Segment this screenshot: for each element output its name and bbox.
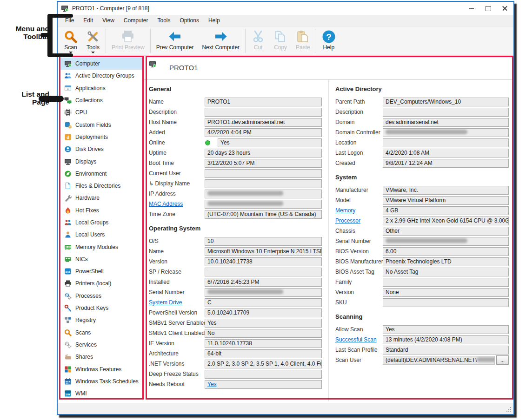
field-uptime-value[interactable]: 20 days 23 hours	[205, 149, 322, 158]
sidebar-item-computer[interactable]: Computer	[60, 58, 142, 70]
sidebar-item-product-keys[interactable]: Product Keys	[60, 302, 142, 314]
field-label-link[interactable]: System Drive	[149, 299, 182, 306]
sidebar-item-nics[interactable]: NICs	[60, 253, 142, 265]
sidebar-item-environment[interactable]: Environment	[60, 168, 142, 180]
sidebar-item-displays[interactable]: Displays	[60, 155, 142, 167]
sidebar-item-processes[interactable]: Processes	[60, 290, 142, 302]
field-domain-controller-value[interactable]	[383, 128, 509, 137]
title-bar[interactable]: PROTO1 - Computer [9 of 818]	[58, 2, 513, 15]
field-smbv1-client-enabled-value[interactable]: No	[205, 329, 322, 338]
field-family-value[interactable]	[383, 278, 509, 287]
field-last-scan-profile-value[interactable]: Standard	[383, 346, 509, 354]
field-boot-time-value[interactable]: 3/12/2020 5:07 PM	[205, 159, 322, 168]
field-current-user-value[interactable]	[205, 169, 322, 178]
field-model-value[interactable]: VMware Virtual Platform	[383, 196, 509, 205]
sidebar-item-deployments[interactable]: dDeployments	[60, 131, 142, 143]
field-mac-address-value[interactable]	[205, 200, 322, 209]
field-host-name-value[interactable]: PROTO1.dev.adminarsenal.net	[205, 118, 322, 127]
field-online-value[interactable]: Yes	[218, 138, 322, 147]
field-created-value[interactable]: 9/8/2017 12:24 AM	[383, 159, 509, 168]
sidebar-item-windows-task-schedules[interactable]: Windows Task Schedules	[60, 375, 142, 387]
field-scan-user-value[interactable]: (default)DEV.ADMINARSENAL.NET\	[383, 356, 495, 365]
sidebar-item-powershell[interactable]: ps1PowerShell	[60, 265, 142, 277]
help-button[interactable]: ?Help	[318, 27, 340, 55]
sidebar-item-printers-local[interactable]: Printers (local)	[60, 277, 142, 289]
field-last-logon-value[interactable]: 4/2/2020 1:08 AM	[383, 149, 509, 158]
menu-tools[interactable]: Tools	[153, 15, 175, 26]
field-serial-number-value[interactable]	[383, 237, 509, 246]
field-bios-version-value[interactable]: 6.00	[383, 247, 509, 256]
field-system-drive-value[interactable]: C	[205, 298, 322, 307]
field-sp-release-value[interactable]	[205, 268, 322, 276]
field-label-link[interactable]: Processor	[335, 217, 360, 224]
field-description-value[interactable]	[205, 108, 322, 117]
field-installed-value[interactable]: 6/7/2016 2:45:23 PM	[205, 278, 322, 287]
field-successful-scan-value[interactable]: 13 minutes (4/2/2020 4:08 PM)	[383, 335, 509, 344]
field-label-link[interactable]: Memory	[335, 207, 355, 214]
sidebar-item-applications[interactable]: Applications	[60, 82, 142, 94]
field-ip-address-value[interactable]	[205, 190, 322, 198]
field-description-value[interactable]	[383, 108, 509, 117]
sidebar-item-shares[interactable]: Shares	[60, 351, 142, 363]
field-version-value[interactable]: 10.0.10240.17738	[205, 257, 322, 266]
sidebar-item-files-directories[interactable]: Files & Directories	[60, 180, 142, 192]
close-button[interactable]	[497, 2, 513, 14]
field-o-s-value[interactable]: 10	[205, 237, 322, 246]
sidebar-item-hot-fixes[interactable]: Hot Fixes	[60, 204, 142, 217]
field-parent-path-value[interactable]: DEV_Computers/Windows_10	[383, 98, 509, 106]
sidebar-item-memory-modules[interactable]: Memory Modules	[60, 241, 142, 253]
field-manufacturer-value[interactable]: VMware, Inc.	[383, 186, 509, 195]
sidebar-item-scans[interactable]: Scans	[60, 327, 142, 339]
field-bios-asset-tag-value[interactable]: No Asset Tag	[383, 268, 509, 276]
sidebar-item-registry[interactable]: Registry	[60, 314, 142, 326]
scan-user-browse-button[interactable]: ...	[496, 355, 509, 365]
minimize-button[interactable]	[463, 2, 480, 14]
sidebar-item-windows-features[interactable]: Windows Features	[60, 363, 142, 375]
field-location-value[interactable]	[383, 138, 509, 147]
menu-computer[interactable]: Computer	[119, 15, 153, 26]
field-architecture-value[interactable]: 64-bit	[205, 349, 322, 358]
sidebar-item-hardware[interactable]: Hardware	[60, 192, 142, 204]
field-ie-version-value[interactable]: 11.0.10240.17738	[205, 339, 322, 348]
field-label-link[interactable]: Successful Scan	[335, 336, 377, 343]
sidebar-item-local-groups[interactable]: Local Groups	[60, 217, 142, 229]
field-added-value[interactable]: 4/2/2020 4:04 PM	[205, 128, 322, 137]
field-powershell-version-value[interactable]: 5.0.10240.17709	[205, 308, 322, 317]
field-smbv1-server-enabled-value[interactable]: Yes	[205, 319, 322, 328]
field-time-zone-value[interactable]: (UTC-07:00) Mountain Time (US & Canada)	[205, 210, 322, 219]
sidebar-item-wmi[interactable]: WMI	[60, 387, 142, 400]
field-deep-freeze-status-value[interactable]	[205, 370, 322, 379]
sidebar-item-cpu[interactable]: CPU	[60, 106, 142, 118]
field-serial-number-value[interactable]	[205, 288, 322, 297]
sidebar-item-local-users[interactable]: Local Users	[60, 229, 142, 241]
field-chassis-value[interactable]: Other	[383, 227, 509, 236]
field-version-value[interactable]: None	[383, 288, 509, 297]
field-name-value[interactable]: Microsoft Windows 10 Enterprise N 2015 L…	[205, 247, 322, 256]
menu-help[interactable]: Help	[204, 15, 225, 26]
field-label-link[interactable]: MAC Address	[149, 201, 183, 207]
field-sku-value[interactable]	[383, 298, 509, 307]
resize-grip[interactable]	[510, 411, 511, 412]
sidebar-item-collections[interactable]: Collections	[60, 94, 142, 106]
field-needs-reboot-value[interactable]: Yes	[205, 380, 322, 389]
menu-edit[interactable]: Edit	[79, 15, 98, 26]
sidebar-item-custom-fields[interactable]: Custom Fields	[60, 118, 142, 131]
prev-computer-button[interactable]: Prev Computer	[152, 27, 198, 55]
field-memory-value[interactable]: 4 GB	[383, 206, 509, 215]
field-bios-manufacturer-value[interactable]: Phoenix Technologies LTD	[383, 257, 509, 266]
field-net-versions-value[interactable]: 2.0 SP 2, 3.0 SP 2, 3.5 SP 1, 4.0 Client…	[205, 360, 322, 368]
field-value-link[interactable]: Yes	[207, 381, 217, 387]
field-domain-value[interactable]: dev.adminarsenal.net	[383, 118, 509, 127]
scan-button[interactable]: Scan	[60, 27, 82, 55]
maximize-button[interactable]	[480, 2, 497, 14]
tools-button[interactable]: Tools	[82, 27, 104, 55]
field-display-name-value[interactable]	[205, 179, 322, 188]
menu-options[interactable]: Options	[175, 15, 204, 26]
sidebar-item-services[interactable]: Services	[60, 339, 142, 351]
sidebar-item-active-directory-groups[interactable]: Active Directory Groups	[60, 70, 142, 82]
field-processor-value[interactable]: 2 x 2.99 GHz Intel Xeon Gold 6154 CPU @ …	[383, 217, 509, 225]
field-name-value[interactable]: PROTO1	[205, 98, 322, 106]
sidebar-item-disk-drives[interactable]: Disk Drives	[60, 143, 142, 155]
field-allow-scan-value[interactable]: Yes	[383, 325, 509, 334]
next-computer-button[interactable]: Next Computer	[198, 27, 244, 55]
